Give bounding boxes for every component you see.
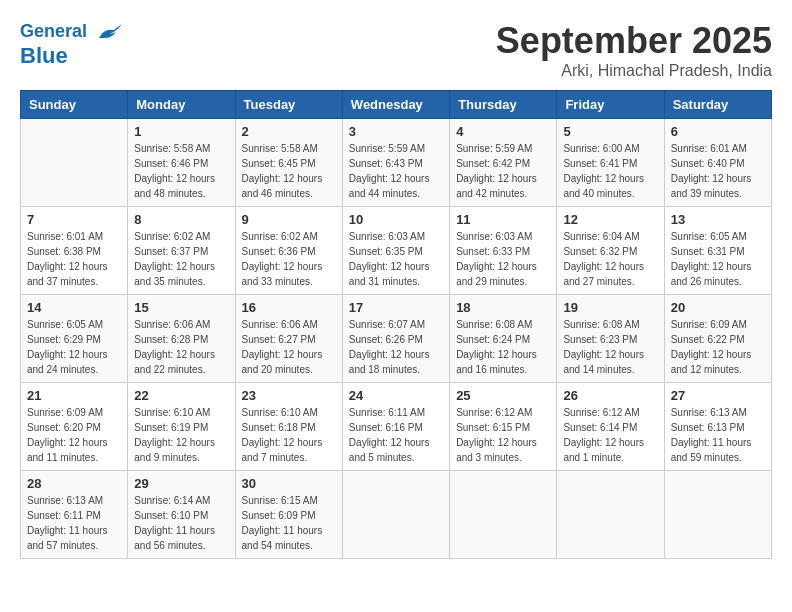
weekday-header-wednesday: Wednesday bbox=[342, 91, 449, 119]
day-number: 22 bbox=[134, 388, 228, 403]
logo-text: General Blue bbox=[20, 20, 124, 68]
day-number: 16 bbox=[242, 300, 336, 315]
day-number: 10 bbox=[349, 212, 443, 227]
day-number: 27 bbox=[671, 388, 765, 403]
location-subtitle: Arki, Himachal Pradesh, India bbox=[496, 62, 772, 80]
calendar-cell: 23Sunrise: 6:10 AM Sunset: 6:18 PM Dayli… bbox=[235, 383, 342, 471]
day-number: 19 bbox=[563, 300, 657, 315]
day-detail: Sunrise: 6:06 AM Sunset: 6:28 PM Dayligh… bbox=[134, 317, 228, 377]
day-detail: Sunrise: 6:10 AM Sunset: 6:18 PM Dayligh… bbox=[242, 405, 336, 465]
weekday-header-sunday: Sunday bbox=[21, 91, 128, 119]
day-detail: Sunrise: 6:10 AM Sunset: 6:19 PM Dayligh… bbox=[134, 405, 228, 465]
calendar-cell: 8Sunrise: 6:02 AM Sunset: 6:37 PM Daylig… bbox=[128, 207, 235, 295]
day-number: 26 bbox=[563, 388, 657, 403]
calendar-cell bbox=[342, 471, 449, 559]
calendar-week-5: 28Sunrise: 6:13 AM Sunset: 6:11 PM Dayli… bbox=[21, 471, 772, 559]
calendar-cell bbox=[664, 471, 771, 559]
day-number: 3 bbox=[349, 124, 443, 139]
page-header: General Blue September 2025 Arki, Himach… bbox=[20, 20, 772, 80]
day-number: 18 bbox=[456, 300, 550, 315]
day-detail: Sunrise: 6:02 AM Sunset: 6:37 PM Dayligh… bbox=[134, 229, 228, 289]
day-number: 25 bbox=[456, 388, 550, 403]
day-detail: Sunrise: 5:59 AM Sunset: 6:42 PM Dayligh… bbox=[456, 141, 550, 201]
weekday-header-row: SundayMondayTuesdayWednesdayThursdayFrid… bbox=[21, 91, 772, 119]
day-number: 23 bbox=[242, 388, 336, 403]
day-detail: Sunrise: 6:01 AM Sunset: 6:38 PM Dayligh… bbox=[27, 229, 121, 289]
day-detail: Sunrise: 6:09 AM Sunset: 6:22 PM Dayligh… bbox=[671, 317, 765, 377]
day-detail: Sunrise: 6:14 AM Sunset: 6:10 PM Dayligh… bbox=[134, 493, 228, 553]
day-number: 9 bbox=[242, 212, 336, 227]
day-number: 4 bbox=[456, 124, 550, 139]
calendar-cell: 24Sunrise: 6:11 AM Sunset: 6:16 PM Dayli… bbox=[342, 383, 449, 471]
day-number: 30 bbox=[242, 476, 336, 491]
calendar-cell: 28Sunrise: 6:13 AM Sunset: 6:11 PM Dayli… bbox=[21, 471, 128, 559]
calendar-cell: 19Sunrise: 6:08 AM Sunset: 6:23 PM Dayli… bbox=[557, 295, 664, 383]
day-detail: Sunrise: 6:13 AM Sunset: 6:13 PM Dayligh… bbox=[671, 405, 765, 465]
calendar-cell: 15Sunrise: 6:06 AM Sunset: 6:28 PM Dayli… bbox=[128, 295, 235, 383]
calendar-week-1: 1Sunrise: 5:58 AM Sunset: 6:46 PM Daylig… bbox=[21, 119, 772, 207]
day-detail: Sunrise: 6:05 AM Sunset: 6:31 PM Dayligh… bbox=[671, 229, 765, 289]
day-number: 1 bbox=[134, 124, 228, 139]
day-detail: Sunrise: 6:04 AM Sunset: 6:32 PM Dayligh… bbox=[563, 229, 657, 289]
calendar-cell: 10Sunrise: 6:03 AM Sunset: 6:35 PM Dayli… bbox=[342, 207, 449, 295]
day-number: 24 bbox=[349, 388, 443, 403]
month-title: September 2025 bbox=[496, 20, 772, 62]
day-number: 6 bbox=[671, 124, 765, 139]
day-detail: Sunrise: 6:12 AM Sunset: 6:14 PM Dayligh… bbox=[563, 405, 657, 465]
day-detail: Sunrise: 6:00 AM Sunset: 6:41 PM Dayligh… bbox=[563, 141, 657, 201]
calendar-cell bbox=[557, 471, 664, 559]
day-detail: Sunrise: 6:11 AM Sunset: 6:16 PM Dayligh… bbox=[349, 405, 443, 465]
day-detail: Sunrise: 6:13 AM Sunset: 6:11 PM Dayligh… bbox=[27, 493, 121, 553]
day-number: 20 bbox=[671, 300, 765, 315]
calendar-cell: 5Sunrise: 6:00 AM Sunset: 6:41 PM Daylig… bbox=[557, 119, 664, 207]
weekday-header-friday: Friday bbox=[557, 91, 664, 119]
day-detail: Sunrise: 6:03 AM Sunset: 6:35 PM Dayligh… bbox=[349, 229, 443, 289]
day-number: 11 bbox=[456, 212, 550, 227]
calendar-cell: 14Sunrise: 6:05 AM Sunset: 6:29 PM Dayli… bbox=[21, 295, 128, 383]
calendar-cell: 27Sunrise: 6:13 AM Sunset: 6:13 PM Dayli… bbox=[664, 383, 771, 471]
day-number: 12 bbox=[563, 212, 657, 227]
logo-bird-icon bbox=[94, 20, 124, 44]
day-detail: Sunrise: 6:08 AM Sunset: 6:24 PM Dayligh… bbox=[456, 317, 550, 377]
calendar-cell: 16Sunrise: 6:06 AM Sunset: 6:27 PM Dayli… bbox=[235, 295, 342, 383]
day-number: 21 bbox=[27, 388, 121, 403]
day-detail: Sunrise: 6:03 AM Sunset: 6:33 PM Dayligh… bbox=[456, 229, 550, 289]
weekday-header-monday: Monday bbox=[128, 91, 235, 119]
day-detail: Sunrise: 6:01 AM Sunset: 6:40 PM Dayligh… bbox=[671, 141, 765, 201]
calendar-cell: 11Sunrise: 6:03 AM Sunset: 6:33 PM Dayli… bbox=[450, 207, 557, 295]
day-number: 14 bbox=[27, 300, 121, 315]
calendar-cell: 26Sunrise: 6:12 AM Sunset: 6:14 PM Dayli… bbox=[557, 383, 664, 471]
calendar-cell bbox=[21, 119, 128, 207]
day-detail: Sunrise: 6:15 AM Sunset: 6:09 PM Dayligh… bbox=[242, 493, 336, 553]
day-number: 7 bbox=[27, 212, 121, 227]
day-number: 8 bbox=[134, 212, 228, 227]
day-detail: Sunrise: 5:58 AM Sunset: 6:46 PM Dayligh… bbox=[134, 141, 228, 201]
weekday-header-thursday: Thursday bbox=[450, 91, 557, 119]
day-detail: Sunrise: 6:12 AM Sunset: 6:15 PM Dayligh… bbox=[456, 405, 550, 465]
day-detail: Sunrise: 5:59 AM Sunset: 6:43 PM Dayligh… bbox=[349, 141, 443, 201]
calendar-week-4: 21Sunrise: 6:09 AM Sunset: 6:20 PM Dayli… bbox=[21, 383, 772, 471]
day-number: 29 bbox=[134, 476, 228, 491]
day-number: 13 bbox=[671, 212, 765, 227]
day-number: 5 bbox=[563, 124, 657, 139]
calendar-cell: 20Sunrise: 6:09 AM Sunset: 6:22 PM Dayli… bbox=[664, 295, 771, 383]
calendar-cell: 29Sunrise: 6:14 AM Sunset: 6:10 PM Dayli… bbox=[128, 471, 235, 559]
day-detail: Sunrise: 6:09 AM Sunset: 6:20 PM Dayligh… bbox=[27, 405, 121, 465]
calendar-cell: 22Sunrise: 6:10 AM Sunset: 6:19 PM Dayli… bbox=[128, 383, 235, 471]
calendar-cell: 21Sunrise: 6:09 AM Sunset: 6:20 PM Dayli… bbox=[21, 383, 128, 471]
logo: General Blue bbox=[20, 20, 124, 68]
day-detail: Sunrise: 6:05 AM Sunset: 6:29 PM Dayligh… bbox=[27, 317, 121, 377]
weekday-header-tuesday: Tuesday bbox=[235, 91, 342, 119]
day-detail: Sunrise: 6:07 AM Sunset: 6:26 PM Dayligh… bbox=[349, 317, 443, 377]
calendar-cell: 30Sunrise: 6:15 AM Sunset: 6:09 PM Dayli… bbox=[235, 471, 342, 559]
calendar-cell: 12Sunrise: 6:04 AM Sunset: 6:32 PM Dayli… bbox=[557, 207, 664, 295]
calendar-table: SundayMondayTuesdayWednesdayThursdayFrid… bbox=[20, 90, 772, 559]
day-detail: Sunrise: 6:02 AM Sunset: 6:36 PM Dayligh… bbox=[242, 229, 336, 289]
day-number: 17 bbox=[349, 300, 443, 315]
calendar-cell: 17Sunrise: 6:07 AM Sunset: 6:26 PM Dayli… bbox=[342, 295, 449, 383]
calendar-cell: 2Sunrise: 5:58 AM Sunset: 6:45 PM Daylig… bbox=[235, 119, 342, 207]
calendar-cell: 6Sunrise: 6:01 AM Sunset: 6:40 PM Daylig… bbox=[664, 119, 771, 207]
calendar-cell bbox=[450, 471, 557, 559]
weekday-header-saturday: Saturday bbox=[664, 91, 771, 119]
day-detail: Sunrise: 5:58 AM Sunset: 6:45 PM Dayligh… bbox=[242, 141, 336, 201]
